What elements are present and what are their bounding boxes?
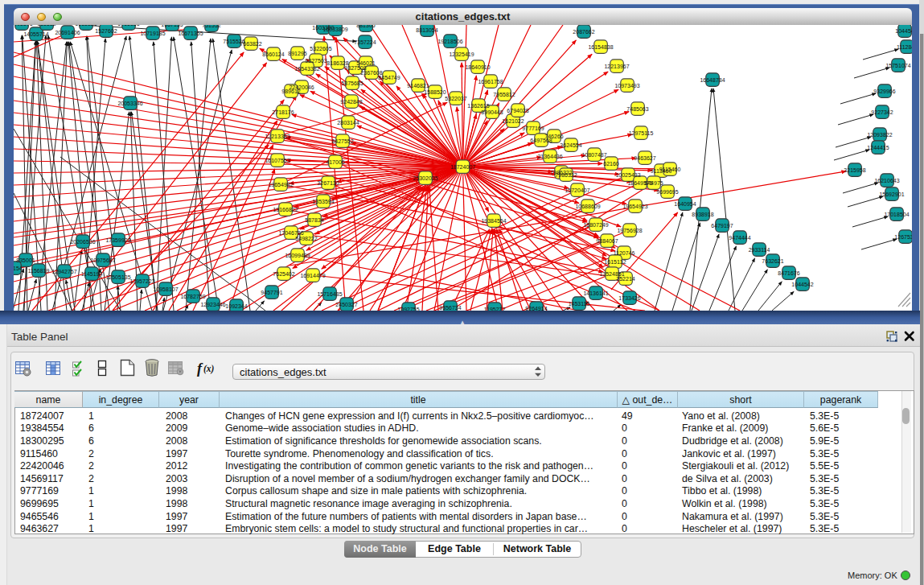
svg-text:16543382: 16543382: [294, 66, 319, 72]
svg-text:62160: 62160: [603, 161, 619, 167]
svg-text:3267130: 3267130: [317, 180, 339, 186]
svg-text:15751074: 15751074: [885, 63, 910, 68]
svg-text:17018504: 17018504: [884, 212, 909, 217]
svg-text:7986322: 7986322: [555, 172, 577, 178]
svg-text:7663822: 7663822: [240, 41, 261, 47]
svg-text:19166822: 19166822: [273, 207, 298, 212]
svg-text:15716485: 15716485: [317, 291, 342, 297]
svg-text:1667135: 1667135: [161, 25, 183, 27]
svg-text:21364436: 21364436: [537, 154, 562, 159]
svg-text:19756928: 19756928: [617, 228, 642, 233]
svg-text:12093822: 12093822: [867, 132, 892, 138]
svg-text:9457791: 9457791: [261, 290, 282, 295]
svg-text:7632621: 7632621: [762, 258, 783, 264]
svg-text:1092344: 1092344: [225, 303, 247, 309]
svg-text:17957223: 17957223: [129, 278, 154, 284]
svg-text:5322605: 5322605: [310, 46, 331, 51]
svg-text:(x): (x): [203, 364, 215, 374]
svg-text:1120746: 1120746: [614, 250, 635, 256]
svg-text:16154838: 16154838: [588, 44, 613, 50]
svg-text:f: f: [197, 360, 203, 377]
svg-text:5875685: 5875685: [341, 80, 363, 86]
svg-text:9146821: 9146821: [407, 83, 429, 89]
svg-text:2718176: 2718176: [272, 109, 294, 115]
svg-text:19654923: 19654923: [622, 204, 647, 209]
svg-text:9329966: 9329966: [873, 89, 895, 94]
svg-text:6794028: 6794028: [507, 108, 528, 113]
svg-text:16671355: 16671355: [178, 31, 203, 36]
svg-text:6479197: 6479197: [711, 223, 733, 229]
svg-text:16648784: 16648784: [700, 77, 725, 83]
svg-text:16961758: 16961758: [478, 79, 503, 84]
svg-text:16782759: 16782759: [180, 294, 205, 299]
svg-text:20691406: 20691406: [55, 30, 80, 35]
svg-text:1044542: 1044542: [791, 282, 813, 287]
svg-text:16099489: 16099489: [285, 253, 310, 258]
svg-text:17046786: 17046786: [278, 230, 303, 236]
svg-text:1092755: 1092755: [397, 307, 419, 311]
svg-text:9327503: 9327503: [305, 58, 326, 64]
svg-text:7955812: 7955812: [493, 92, 515, 97]
svg-text:7357224: 7357224: [354, 39, 376, 45]
svg-text:9777169: 9777169: [522, 126, 544, 131]
svg-text:746266: 746266: [544, 134, 563, 139]
svg-text:1156819: 1156819: [28, 268, 50, 274]
svg-text:16210643: 16210643: [874, 178, 899, 183]
svg-text:3215958: 3215958: [844, 167, 865, 173]
svg-text:9699695: 9699695: [656, 189, 678, 195]
svg-text:2933114: 2933114: [749, 247, 770, 253]
svg-text:25302035: 25302035: [413, 175, 437, 181]
svg-text:12505135: 12505135: [105, 274, 130, 280]
svg-text:10807487: 10807487: [581, 152, 606, 158]
svg-text:18724007: 18724007: [450, 164, 475, 170]
svg-text:5322037: 5322037: [445, 96, 466, 101]
svg-text:989612: 989612: [281, 89, 300, 94]
svg-text:19218506: 19218506: [437, 39, 462, 44]
svg-text:835001: 835001: [16, 257, 35, 263]
svg-text:1615132: 1615132: [604, 259, 626, 265]
svg-text:8454749: 8454749: [378, 75, 400, 80]
svg-text:16107553: 16107553: [265, 158, 290, 163]
svg-text:10973493: 10973493: [614, 83, 639, 89]
svg-text:546021: 546021: [356, 60, 375, 66]
svg-text:644975: 644975: [644, 180, 663, 186]
svg-text:1527602: 1527602: [95, 28, 117, 34]
svg-text:8938918: 8938918: [692, 212, 713, 217]
svg-text:1588520: 1588520: [424, 89, 446, 95]
svg-text:1112843: 1112843: [897, 44, 912, 50]
svg-text:6466161: 6466161: [117, 25, 139, 27]
svg-text:9474444: 9474444: [729, 235, 750, 241]
svg-text:8660124: 8660124: [262, 51, 284, 57]
svg-text:104454: 104454: [895, 28, 912, 34]
svg-text:16033809: 16033809: [322, 27, 347, 32]
svg-text:17359928: 17359928: [105, 237, 130, 243]
svg-text:587834: 587834: [305, 217, 323, 223]
svg-text:10719185: 10719185: [140, 31, 165, 36]
svg-text:20206536: 20206536: [70, 239, 95, 245]
svg-text:18640910: 18640910: [465, 64, 490, 70]
svg-text:9884067: 9884067: [596, 238, 618, 244]
svg-text:881305: 881305: [356, 25, 375, 28]
svg-text:1665326: 1665326: [75, 25, 97, 27]
svg-text:252214: 252214: [616, 276, 634, 282]
svg-text:18807249: 18807249: [583, 222, 608, 228]
svg-text:2087662: 2087662: [573, 29, 594, 35]
svg-text:891295: 891295: [288, 51, 306, 56]
svg-text:14055714: 14055714: [23, 31, 48, 37]
svg-text:1353594: 1353594: [312, 199, 334, 204]
svg-text:14136141: 14136141: [583, 290, 608, 296]
svg-text:1244415: 1244415: [867, 145, 889, 150]
svg-text:9227342: 9227342: [871, 109, 893, 115]
svg-text:5498222: 5498222: [295, 236, 317, 241]
svg-text:10975687: 10975687: [90, 257, 115, 263]
svg-text:9242848: 9242848: [340, 99, 362, 105]
svg-text:2803144: 2803144: [337, 120, 359, 126]
svg-text:19654982: 19654982: [268, 182, 293, 187]
svg-text:9115460: 9115460: [659, 167, 681, 172]
svg-text:166532: 166532: [37, 25, 55, 27]
svg-text:9356734: 9356734: [439, 305, 461, 311]
svg-text:3624554: 3624554: [560, 142, 581, 148]
svg-text:1267534: 1267534: [894, 234, 912, 240]
svg-text:12325419: 12325419: [449, 51, 474, 57]
svg-text:10958107: 10958107: [153, 286, 178, 292]
